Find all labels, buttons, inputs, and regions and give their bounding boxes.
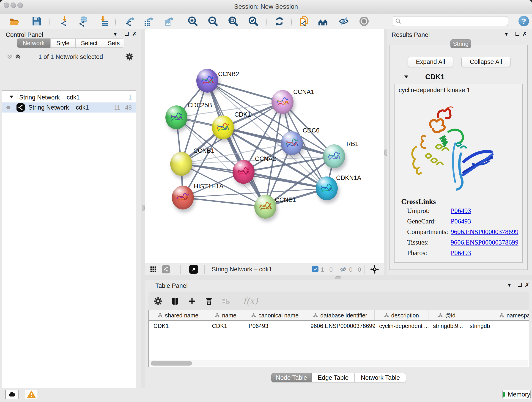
network-node-ccne1[interactable]: [254, 195, 276, 219]
entry-collapse-triangle-icon[interactable]: [403, 74, 409, 81]
function-builder-icon[interactable]: f(x): [238, 295, 263, 307]
network-collection-row[interactable]: String Network – cdk1 1: [2, 92, 136, 102]
column-header-database-identifier[interactable]: database identifier: [306, 310, 375, 320]
toolbar-separator: [204, 265, 205, 274]
export-image-button[interactable]: [162, 15, 175, 27]
column-header-description[interactable]: description: [375, 310, 428, 320]
zoom-in-button[interactable]: [186, 15, 199, 27]
first-neighbors-button[interactable]: [317, 15, 329, 27]
warnings-button[interactable]: [25, 390, 38, 399]
tab-select[interactable]: Select: [75, 38, 103, 48]
grid-view-icon[interactable]: [150, 266, 157, 274]
crosslink-value-link[interactable]: 9606.ENSP00000378699: [451, 228, 519, 236]
create-column-plus-icon[interactable]: [186, 295, 198, 307]
collapse-triangle-icon[interactable]: [9, 94, 14, 101]
network-node-rb1[interactable]: [323, 144, 345, 168]
float-panel-icon[interactable]: ❏: [516, 281, 523, 288]
table-cell[interactable]: stringdb: [465, 321, 529, 331]
table-settings-gear-icon[interactable]: [152, 295, 164, 307]
network-node-cdc6[interactable]: [281, 131, 303, 155]
table-cell[interactable]: 9606.ENSP00000378699: [306, 321, 375, 331]
network-node-hist1h1a[interactable]: [172, 186, 194, 210]
float-panel-icon[interactable]: ❏: [123, 31, 130, 37]
zoom-selected-button[interactable]: [247, 15, 260, 27]
results-tab-string[interactable]: String: [450, 39, 471, 48]
network-node-cdk1[interactable]: [212, 115, 234, 139]
import-table-from-file-button[interactable]: [97, 15, 109, 27]
clone-network-button[interactable]: [298, 15, 310, 27]
crosslink-value-link[interactable]: P06493: [451, 249, 471, 257]
detach-view-icon[interactable]: [189, 265, 198, 274]
network-node-ccnb2[interactable]: [196, 69, 218, 93]
tab-network-table[interactable]: Network Table: [355, 373, 406, 382]
search-field[interactable]: [393, 16, 508, 26]
crosslink-value-link[interactable]: P06493: [451, 217, 471, 225]
show-columns-icon[interactable]: [169, 295, 181, 307]
delete-column-trash-icon[interactable]: [203, 295, 215, 307]
column-header-canonical-name[interactable]: canonical name: [244, 310, 306, 320]
splitter-handle[interactable]: [385, 149, 387, 156]
zoom-out-button[interactable]: [207, 15, 220, 27]
float-panel-icon[interactable]: ❏: [514, 31, 521, 37]
table-cell[interactable]: CDK1: [207, 321, 244, 331]
show-all-button[interactable]: [358, 15, 370, 27]
search-input[interactable]: [403, 17, 505, 25]
tab-node-table[interactable]: Node Table: [271, 373, 312, 382]
float-menu-icon[interactable]: ▾: [112, 31, 119, 37]
tab-edge-table[interactable]: Edge Table: [312, 373, 355, 382]
column-header-name[interactable]: name: [207, 310, 244, 320]
network-canvas[interactable]: CCNB2CCNA1CDC25BCDK1CDC6RB1CCNB1CCNA2CDK…: [145, 29, 384, 263]
tab-network[interactable]: Network: [17, 38, 51, 48]
network-node-cdc25b[interactable]: [165, 105, 187, 129]
tab-sets[interactable]: Sets: [103, 38, 124, 48]
close-panel-icon[interactable]: ✗: [131, 31, 138, 37]
export-network-button[interactable]: [123, 15, 136, 27]
column-header-id[interactable]: @id: [428, 310, 465, 320]
toolbar-separator: [365, 265, 365, 274]
network-options-gear-icon[interactable]: [125, 52, 134, 62]
collapse-all-button[interactable]: Collapse All: [462, 57, 510, 67]
apply-preferred-layout-button[interactable]: [273, 15, 286, 27]
splitter-handle[interactable]: [142, 205, 145, 211]
float-menu-icon[interactable]: ▾: [506, 281, 513, 288]
import-network-from-database-button[interactable]: [77, 15, 89, 27]
network-node-ccna2[interactable]: [233, 160, 254, 184]
protein-thumbnail-icon: [236, 165, 251, 179]
help-button[interactable]: ?: [519, 16, 529, 26]
network-node-ccna1[interactable]: [272, 90, 293, 114]
export-image-icon: [163, 16, 174, 27]
table-cell[interactable]: CDK1: [149, 321, 207, 331]
column-header-shared-name[interactable]: shared name: [149, 310, 207, 320]
expand-all-button[interactable]: Expand All: [408, 57, 453, 67]
birdseye-crosshair-icon[interactable]: [370, 264, 380, 275]
network-node-cdkn1a[interactable]: [316, 177, 338, 200]
selected-checkbox-icon[interactable]: [312, 266, 318, 272]
delete-table-icon[interactable]: [220, 295, 232, 307]
open-session-button[interactable]: [8, 15, 21, 27]
table-cell[interactable]: P06493: [244, 321, 306, 331]
memory-button[interactable]: Memory: [502, 390, 531, 399]
crosslink-value-link[interactable]: P06493: [451, 207, 471, 215]
scrollbar-thumb[interactable]: [151, 361, 192, 366]
tab-style[interactable]: Style: [51, 38, 75, 48]
export-table-button[interactable]: [142, 15, 155, 27]
table-cell[interactable]: cyclin-dependent ...: [375, 321, 428, 331]
save-session-button[interactable]: [30, 15, 43, 27]
crosslink-value-link[interactable]: 9606.ENSP00000378699: [451, 239, 519, 246]
float-menu-icon[interactable]: ▾: [503, 31, 510, 37]
hide-selected-button[interactable]: [337, 15, 350, 27]
splitter-handle[interactable]: [335, 276, 341, 279]
close-panel-icon[interactable]: ✗: [521, 31, 528, 37]
network-view-mode-icon[interactable]: [162, 265, 170, 274]
table-cell[interactable]: stringdb:9...: [428, 321, 465, 331]
column-header-namespace[interactable]: namespace: [465, 310, 529, 320]
table-row[interactable]: CDK1CDK1P064939606.ENSP00000378699cyclin…: [149, 321, 529, 331]
network-row-selected[interactable]: String Network – cdk1 11 48: [2, 102, 136, 113]
node-table[interactable]: shared namenamecanonical namedatabase id…: [148, 310, 529, 367]
network-node-ccnb1[interactable]: [170, 152, 192, 176]
zoom-fit-button[interactable]: [227, 15, 240, 27]
cloud-status-button[interactable]: [5, 390, 19, 399]
import-network-from-file-button[interactable]: [58, 15, 70, 27]
table-horizontal-scrollbar[interactable]: [149, 360, 528, 366]
close-panel-icon[interactable]: ✗: [524, 281, 531, 288]
